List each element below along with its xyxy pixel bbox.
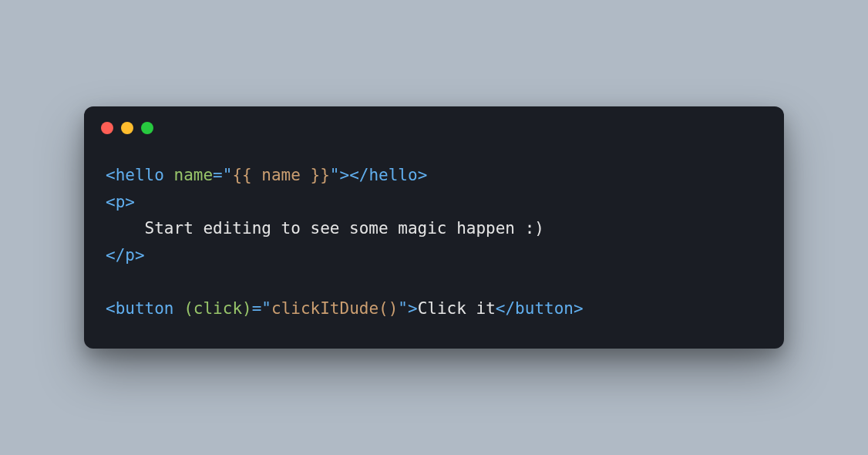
tag-name: button xyxy=(116,299,174,318)
code-line-4: </p> xyxy=(106,246,145,265)
text-content: Click it xyxy=(418,299,496,318)
attr-name: (click) xyxy=(183,299,252,318)
punct: </ xyxy=(496,299,515,318)
indent xyxy=(106,219,145,238)
text-content: Start editing to see some magic happen :… xyxy=(145,219,544,238)
attr-value: {{ name }} xyxy=(232,166,329,184)
tag-name: hello xyxy=(368,166,417,184)
minimize-icon[interactable] xyxy=(121,122,133,134)
close-icon[interactable] xyxy=(101,122,113,134)
code-window: <hello name="{{ name }}"></hello> <p> St… xyxy=(84,106,784,349)
code-line-2: <p> xyxy=(106,193,135,211)
code-line-5: <button (click)="clickItDude()">Click it… xyxy=(106,299,584,318)
punct: > xyxy=(135,246,145,265)
punct: =" xyxy=(252,299,271,318)
tag-name: button xyxy=(515,299,574,318)
maximize-icon[interactable] xyxy=(141,122,153,134)
punct: "> xyxy=(330,166,349,184)
punct: "> xyxy=(398,299,417,318)
code-line-1: <hello name="{{ name }}"></hello> xyxy=(106,166,427,184)
punct: </ xyxy=(349,166,368,184)
punct: < xyxy=(106,166,116,184)
space xyxy=(174,299,184,318)
tag-name: hello xyxy=(116,166,164,184)
punct: =" xyxy=(213,166,232,184)
tag-name: p xyxy=(116,193,126,211)
tag-name: p xyxy=(125,246,135,265)
attr-value: clickItDude() xyxy=(271,299,398,318)
space xyxy=(164,166,174,184)
punct: </ xyxy=(106,246,125,265)
window-titlebar xyxy=(84,106,784,140)
attr-name: name xyxy=(174,166,214,184)
punct: > xyxy=(125,193,135,211)
punct: > xyxy=(418,166,428,184)
punct: < xyxy=(106,299,116,318)
punct: > xyxy=(574,299,584,318)
code-block[interactable]: <hello name="{{ name }}"></hello> <p> St… xyxy=(84,140,784,349)
code-line-3: Start editing to see some magic happen :… xyxy=(106,219,544,238)
punct: < xyxy=(106,193,116,211)
